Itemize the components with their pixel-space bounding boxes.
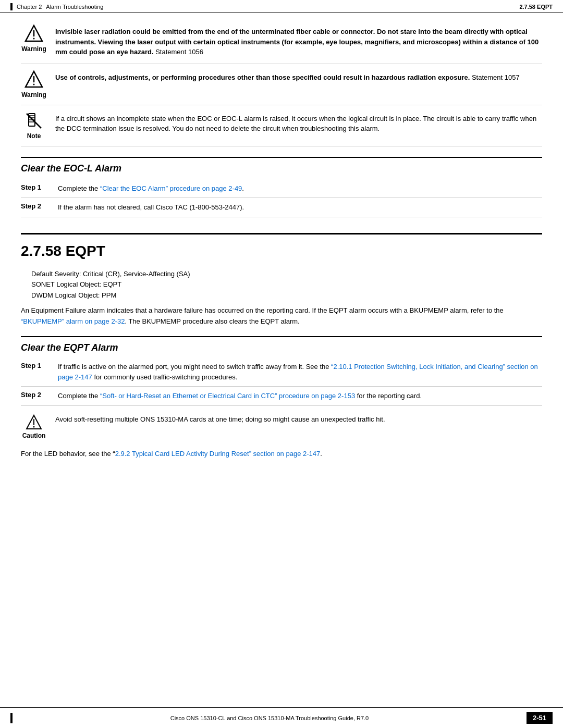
eqpt-major-heading: 2.7.58 EQPT	[21, 233, 542, 260]
eocl-step-1-text-before: Complete the	[58, 184, 100, 192]
warning-1-statement: Statement 1056	[155, 48, 203, 56]
eocl-step-1-link[interactable]: “Clear the EOC Alarm” procedure on page …	[100, 184, 242, 192]
eocl-section-heading: Clear the EOC-L Alarm	[21, 157, 542, 174]
note-pencil-icon	[25, 112, 43, 130]
eqpt-step-2-after: for the reporting card.	[355, 392, 422, 400]
eocl-step-1-content: Complete the “Clear the EOC Alarm” proce…	[58, 183, 542, 194]
eqpt-alarm-heading: Clear the EQPT Alarm	[21, 336, 542, 353]
eqpt-step-2-before: Complete the	[58, 392, 100, 400]
eqpt-description: An Equipment Failure alarm indicates tha…	[21, 305, 542, 327]
final-text-after: .	[320, 450, 322, 458]
warning-2-statement: Statement 1057	[472, 73, 520, 81]
eqpt-bkupmemp-link[interactable]: “BKUPMEMP” alarm on page 2-32	[21, 317, 125, 325]
caution-label: Caution	[22, 432, 46, 439]
warning-triangle-icon-2	[25, 70, 43, 89]
warning-2-bold-text: Use of controls, adjustments, or perform…	[55, 73, 470, 81]
warning-1-icon-area: Warning	[21, 24, 47, 53]
svg-point-14	[33, 426, 35, 427]
final-text-before: For the LED behavior, see the “	[21, 450, 115, 458]
note-label: Note	[27, 132, 41, 140]
eqpt-steps: Step 1 If traffic is active on the alarm…	[21, 357, 542, 406]
warning-2-icon-area: Warning	[21, 70, 47, 98]
chapter-title: Alarm Troubleshooting	[46, 4, 103, 10]
final-link[interactable]: 2.9.2 Typical Card LED Activity During R…	[115, 450, 321, 458]
eocl-step-1-text-after: .	[242, 184, 244, 192]
eocl-steps: Step 1 Complete the “Clear the EOC Alarm…	[21, 179, 542, 217]
warning-block-1: Warning Invisible laser radiation could …	[21, 18, 542, 64]
eqpt-desc-before: An Equipment Failure alarm indicates tha…	[21, 306, 504, 314]
caution-triangle-icon	[26, 414, 42, 431]
header-left: Chapter 2 Alarm Troubleshooting	[10, 3, 103, 10]
eqpt-desc-end: . The BKUPMEMP procedure also clears the…	[125, 317, 299, 325]
warning-triangle-icon-1	[25, 24, 43, 43]
page-number: 2-51	[527, 712, 553, 724]
svg-point-5	[33, 83, 35, 85]
eqpt-step-1-before: If traffic is active on the alarmed port…	[58, 363, 331, 371]
eqpt-object-list: Default Severity: Critical (CR), Service…	[31, 269, 542, 301]
eocl-step-2-content: If the alarm has not cleared, call Cisco…	[58, 202, 542, 213]
caution-content: Avoid soft-resetting multiple ONS 15310-…	[55, 414, 542, 425]
caution-block: Caution Avoid soft-resetting multiple ON…	[21, 409, 542, 445]
warning-1-label: Warning	[21, 45, 46, 53]
eqpt-step-1-content: If traffic is active on the alarmed port…	[58, 362, 542, 382]
eqpt-step-1-label: Step 1	[21, 362, 50, 369]
note-icon-area: Note	[21, 112, 47, 140]
warning-block-2: Warning Use of controls, adjustments, or…	[21, 64, 542, 105]
header-bar	[10, 3, 13, 10]
final-paragraph: For the LED behavior, see the “2.9.2 Typ…	[21, 449, 542, 460]
svg-point-2	[33, 38, 35, 40]
main-content: Warning Invisible laser radiation could …	[0, 13, 563, 495]
eqpt-step-1: Step 1 If traffic is active on the alarm…	[21, 357, 542, 387]
warning-2-label: Warning	[21, 91, 46, 98]
page-footer: Cisco ONS 15310-CL and Cisco ONS 15310-M…	[0, 707, 563, 728]
eqpt-step-2-link[interactable]: “Soft- or Hard-Reset an Ethernet or Elec…	[100, 392, 355, 400]
eqpt-default-severity: Default Severity: Critical (CR), Service…	[31, 269, 542, 280]
eocl-step-1: Step 1 Complete the “Clear the EOC Alarm…	[21, 179, 542, 199]
eqpt-step-2: Step 2 Complete the “Soft- or Hard-Reset…	[21, 387, 542, 406]
eocl-step-2-label: Step 2	[21, 202, 50, 210]
eocl-step-1-label: Step 1	[21, 183, 50, 191]
eqpt-sonet-obj: SONET Logical Object: EQPT	[31, 279, 542, 290]
eqpt-step-2-content: Complete the “Soft- or Hard-Reset an Eth…	[58, 391, 542, 401]
eqpt-step-1-after: for commonly used traffic-switching proc…	[92, 373, 238, 381]
note-content: If a circuit shows an incomplete state w…	[55, 112, 542, 134]
eocl-step-2: Step 2 If the alarm has not cleared, cal…	[21, 198, 542, 217]
warning-2-content: Use of controls, adjustments, or perform…	[55, 70, 542, 83]
chapter-label: Chapter 2	[17, 4, 42, 10]
eqpt-dwdm-obj: DWDM Logical Object: PPM	[31, 290, 542, 301]
caution-icon-area: Caution	[21, 414, 47, 439]
note-block: Note If a circuit shows an incomplete st…	[21, 105, 542, 146]
page-header: Chapter 2 Alarm Troubleshooting 2.7.58 E…	[0, 0, 563, 13]
note-text: If a circuit shows an incomplete state w…	[55, 114, 542, 134]
warning-1-content: Invisible laser radiation could be emitt…	[55, 24, 542, 57]
section-ref: 2.7.58 EQPT	[519, 4, 553, 10]
warning-1-bold-text: Invisible laser radiation could be emitt…	[55, 28, 538, 56]
eqpt-step-2-label: Step 2	[21, 391, 50, 399]
footer-guide-title: Cisco ONS 15310-CL and Cisco ONS 15310-M…	[13, 715, 527, 721]
